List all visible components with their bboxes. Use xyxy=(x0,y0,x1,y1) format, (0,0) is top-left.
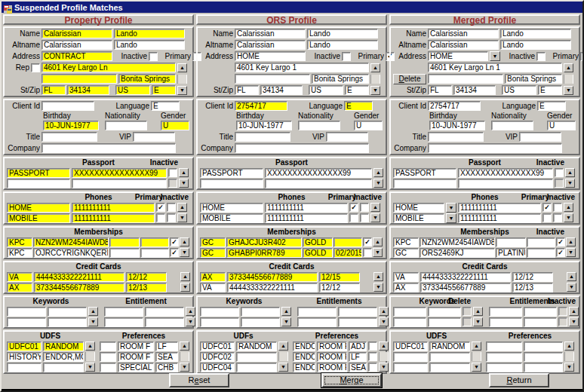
language-field[interactable]: E xyxy=(151,101,180,111)
title-field[interactable] xyxy=(235,132,290,142)
passport-number-field[interactable] xyxy=(72,179,167,188)
scroll-up-icon[interactable]: ▲ xyxy=(569,307,579,316)
card-expiry-field[interactable]: 12/15 xyxy=(319,272,360,282)
language-field[interactable]: E xyxy=(344,101,373,111)
scroll-down-icon[interactable]: ▼ xyxy=(564,213,573,222)
keyword-field[interactable] xyxy=(241,307,280,317)
phone-primary-checkbox[interactable]: ✓ xyxy=(349,203,358,212)
keyword-field[interactable] xyxy=(7,307,46,317)
keyword-field[interactable] xyxy=(48,307,87,317)
preference-field[interactable]: ROOM F xyxy=(317,352,347,362)
entitlement-field[interactable] xyxy=(104,317,143,327)
keyword-field[interactable] xyxy=(393,317,426,327)
udf-value-field[interactable]: RANDOM xyxy=(429,341,470,351)
scroll-down-icon[interactable]: ▼ xyxy=(370,213,380,222)
company-field[interactable] xyxy=(428,143,562,153)
udf-code-field[interactable] xyxy=(393,352,428,362)
scroll-down-icon[interactable]: ▼ xyxy=(567,283,576,292)
preference-field[interactable]: ENDOR xyxy=(293,341,315,351)
nationality-field[interactable] xyxy=(491,121,533,130)
scroll-up-icon[interactable]: ▲ xyxy=(177,63,187,72)
altname-first-field[interactable]: Calarissian xyxy=(235,40,306,50)
preference-field[interactable]: ROOM F xyxy=(317,341,347,351)
card-type-field[interactable]: AX xyxy=(200,272,226,282)
altname-last-field[interactable]: Lando xyxy=(500,40,571,50)
vip-field[interactable] xyxy=(326,132,368,142)
passport-inactive-checkbox[interactable] xyxy=(168,179,177,188)
membership-number-field[interactable]: NZN2WM2454IAWD83 xyxy=(33,237,109,247)
preference-checkbox[interactable] xyxy=(368,352,377,361)
name-first-field[interactable]: Calarissian xyxy=(235,29,306,38)
membership-number-field[interactable]: GHABPI0RR789 xyxy=(226,248,302,258)
phone-primary-checkbox[interactable]: ✓ xyxy=(156,203,165,212)
scroll-up-icon[interactable]: ▲ xyxy=(567,272,576,281)
scroll-up-icon[interactable]: ▲ xyxy=(473,307,483,316)
membership-type-field[interactable]: GC xyxy=(393,248,419,258)
scrollbar-track[interactable] xyxy=(379,352,389,361)
phone-type-field[interactable]: MOBILE xyxy=(200,213,263,223)
birthday-field[interactable]: 10-JUN-1977 xyxy=(43,121,99,130)
inactive-checkbox[interactable] xyxy=(149,52,158,61)
phone-inactive-checkbox[interactable] xyxy=(553,213,562,222)
preference-field[interactable]: LF xyxy=(155,341,178,351)
rep-checkbox[interactable] xyxy=(31,63,40,72)
udf-code-field[interactable]: UDFC01 xyxy=(393,341,428,351)
scroll-up-icon[interactable]: ▲ xyxy=(564,341,574,351)
scroll-up-icon[interactable]: ▲ xyxy=(281,307,291,316)
name-last-field[interactable]: Lando xyxy=(500,29,571,38)
scroll-down-icon[interactable]: ▼ xyxy=(88,317,98,326)
membership-level-field[interactable] xyxy=(109,237,140,247)
scroll-up-icon[interactable]: ▲ xyxy=(379,341,389,351)
zip-field[interactable]: 34134 xyxy=(260,85,303,95)
scroll-up-icon[interactable]: ▲ xyxy=(373,237,383,247)
keyword-field[interactable] xyxy=(200,317,239,327)
client-id-field[interactable]: 2754717 xyxy=(235,101,287,111)
preference-field[interactable]: ADJ xyxy=(349,341,367,351)
phone-number-field[interactable]: 1111111111 xyxy=(72,213,155,223)
membership-expiry-field[interactable] xyxy=(527,248,555,258)
street1-field[interactable]: 4601 Key Largo Ln xyxy=(41,63,176,72)
membership-type-field[interactable]: KPC xyxy=(7,237,32,247)
nationality-field[interactable] xyxy=(105,121,147,130)
phone-number-field[interactable]: 1111111111 xyxy=(265,203,348,213)
preference-field[interactable]: ROOM F xyxy=(118,341,154,351)
scroll-up-icon[interactable]: ▲ xyxy=(180,237,189,247)
preference-checkbox[interactable] xyxy=(368,341,377,351)
udf-value-field[interactable]: ENDOR,MOT xyxy=(43,352,84,362)
udf-code-field[interactable] xyxy=(393,363,428,372)
keyword-field[interactable] xyxy=(393,307,426,317)
scrollbar-track[interactable] xyxy=(564,75,573,84)
scroll-down-icon[interactable]: ▼ xyxy=(179,179,189,188)
scroll-up-icon[interactable]: ▲ xyxy=(564,203,573,212)
scrollbar-track[interactable] xyxy=(564,352,574,361)
zip-field[interactable]: 34134 xyxy=(67,85,109,95)
merge-button[interactable]: Merge xyxy=(321,373,382,387)
phone-number-field[interactable]: 1111111111 xyxy=(72,203,155,213)
phone-type-field[interactable]: MOBILE xyxy=(393,213,444,223)
nationality-field[interactable] xyxy=(298,121,340,130)
membership-inactive-checkbox[interactable]: ✓ xyxy=(170,248,179,257)
udf-value-field[interactable] xyxy=(236,352,277,362)
country-field[interactable]: US xyxy=(115,85,150,95)
scroll-down-icon[interactable]: ▼ xyxy=(278,363,288,372)
street1-field[interactable]: 4601 Key Largo 1 xyxy=(235,63,369,72)
membership-level-field[interactable] xyxy=(496,237,526,247)
company-field[interactable] xyxy=(235,143,369,153)
membership-number-field[interactable]: OJRCCYRIGNKQERN xyxy=(33,248,109,258)
scroll-up-icon[interactable]: ▲ xyxy=(186,307,195,316)
passport-type-field[interactable]: PASSPORT xyxy=(200,168,263,178)
title-field[interactable] xyxy=(428,132,484,142)
inactive-checkbox[interactable] xyxy=(536,52,546,61)
card-type-field[interactable]: VA xyxy=(393,272,419,282)
udf-code-field[interactable]: HISTORY xyxy=(7,352,41,362)
scrollbar-track[interactable] xyxy=(370,75,380,84)
card-expiry-field[interactable]: 12/12 xyxy=(126,272,167,282)
state-field[interactable]: FL xyxy=(41,85,66,95)
membership-type-field[interactable]: KPC xyxy=(7,248,32,258)
scroll-down-icon[interactable]: ▼ xyxy=(370,86,380,95)
membership-type-field[interactable]: GC xyxy=(200,248,226,258)
udf-value-field[interactable] xyxy=(236,363,277,372)
keyword-field[interactable] xyxy=(48,317,87,327)
passport-type-field[interactable] xyxy=(393,179,456,188)
membership-level-field[interactable]: GOLD xyxy=(303,237,333,247)
